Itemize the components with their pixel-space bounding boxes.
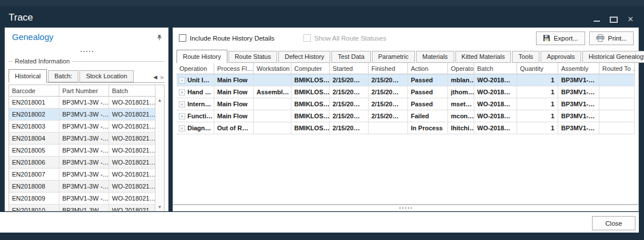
panel-title: Genealogy <box>12 32 54 42</box>
vertical-scrollbar[interactable]: ▲ ▼ <box>155 97 164 211</box>
table-row[interactable]: EN2018007BP3MV1-3W -…WO-2018021… <box>9 169 155 181</box>
tab-route-status[interactable]: Route Status <box>229 51 278 63</box>
splitter-grip[interactable] <box>81 51 93 52</box>
genealogy-table: BarcodePart NumberBatchEN2018001BP3MV1-3… <box>9 85 165 211</box>
column-header[interactable]: Finished <box>369 63 408 74</box>
cell: +Functi… <box>177 110 214 122</box>
expand-icon[interactable]: + <box>179 125 185 131</box>
cell: Passed <box>408 86 448 98</box>
cell <box>599 122 635 134</box>
cell <box>254 122 291 134</box>
include-route-history-details-checkbox[interactable]: Include Route History Details <box>179 34 274 42</box>
column-header[interactable]: Routed To … <box>599 63 635 74</box>
close-icon[interactable]: ✕ <box>627 15 634 23</box>
horizontal-splitter[interactable] <box>173 205 639 211</box>
tab-approvals[interactable]: Approvals <box>541 51 581 63</box>
table-row[interactable]: EN2018006BP3MV1-3W -…WO-2018021… <box>9 157 155 169</box>
cell: +Hand … <box>177 86 214 98</box>
right-tabstrip: Route HistoryRoute StatusDefect HistoryT… <box>177 50 635 63</box>
column-header[interactable]: Barcode <box>9 85 59 97</box>
table-row[interactable]: EN2018004BP3MV1-3W -…WO-2018021… <box>9 133 155 145</box>
grid-row[interactable]: +Functi…Main FlowBMIKLOS…2/15/20…2/15/20… <box>177 110 635 122</box>
column-header[interactable]: Started <box>330 63 369 74</box>
checkbox-label: Show All Route Statuses <box>314 35 386 42</box>
cell: EN2018003 <box>9 121 59 133</box>
grid-row[interactable]: +Unit I…Main FlowBMIKLOS…2/15/20…2/15/20… <box>177 74 635 86</box>
tab-tools[interactable]: Tools <box>512 51 539 63</box>
tab-materials[interactable]: Materials <box>416 51 454 63</box>
cell: Main Flow <box>214 110 254 122</box>
export-label: Export... <box>554 35 578 42</box>
table-row[interactable]: EN2018002BP3MV1-3W -…WO-2018021… <box>9 109 155 121</box>
column-header[interactable]: Batch <box>474 63 517 74</box>
tab-route-history[interactable]: Route History <box>177 50 227 63</box>
table-row[interactable]: EN2018010BP3MV1-3W -…WO-2018021… <box>9 205 155 211</box>
tab-test-data[interactable]: Test Data <box>331 51 370 63</box>
tab-historical[interactable]: Historical <box>9 69 47 83</box>
expand-icon[interactable]: + <box>179 77 185 83</box>
table-row[interactable]: EN2018009BP3MV1-3W -…WO-2018021… <box>9 193 155 205</box>
printer-icon <box>596 34 605 43</box>
tab-parametric[interactable]: Parametric <box>372 51 415 63</box>
tab-stock-location[interactable]: Stock Location <box>79 70 133 82</box>
cell: WO-2018… <box>474 74 517 86</box>
cell: BP3MV1-3W -… <box>59 181 109 193</box>
export-button[interactable]: Export... <box>536 31 585 45</box>
print-button[interactable]: Print... <box>589 31 634 45</box>
cell: BMIKLOS… <box>291 74 330 86</box>
cell <box>599 98 635 110</box>
minimize-icon[interactable] <box>594 21 600 22</box>
grid-row[interactable]: +Hand …Main FlowAssembl…BMIKLOS…2/15/20…… <box>177 86 635 98</box>
tab-batch[interactable]: Batch: <box>48 70 78 82</box>
column-header[interactable]: Quantity <box>517 63 558 74</box>
grid-row[interactable]: +Diagn…Out of R…BMIKLOS…2/15/20…In Proce… <box>177 122 635 134</box>
grid-row[interactable]: +Intern…Main FlowBMIKLOS…2/15/20…2/15/20… <box>177 98 635 110</box>
column-header[interactable]: Process Fl… <box>214 63 254 74</box>
cell: BMIKLOS… <box>291 110 330 122</box>
tab-defect-history[interactable]: Defect History <box>278 51 330 63</box>
scroll-down-icon[interactable]: ▼ <box>155 205 164 210</box>
cell: 2/15/20… <box>330 122 369 134</box>
cell: Passed <box>408 98 448 110</box>
column-header[interactable]: Part Number <box>59 85 109 97</box>
cell: In Process <box>408 122 448 134</box>
column-header[interactable]: Action <box>408 63 448 74</box>
tab-kitted-materials[interactable]: Kitted Materials <box>455 51 511 63</box>
table-body: BarcodePart NumberBatchEN2018001BP3MV1-3… <box>9 85 155 211</box>
close-button[interactable]: Close <box>592 216 635 230</box>
expand-icon[interactable]: + <box>179 101 185 107</box>
tab-scroll-arrows: ◀ ▶ <box>153 74 165 82</box>
pin-icon[interactable] <box>156 33 163 43</box>
column-header[interactable]: Workstation <box>254 63 291 74</box>
column-header[interactable]: Batch <box>109 85 155 97</box>
column-header[interactable]: Operator <box>448 63 474 74</box>
table-row[interactable]: EN2018008BP3MV1-3W -…WO-2018021… <box>9 181 155 193</box>
expand-icon[interactable]: + <box>179 113 185 119</box>
cell <box>254 110 291 122</box>
cell: EN2018006 <box>9 157 59 169</box>
column-header[interactable]: Operation <box>177 63 214 74</box>
table-row[interactable]: EN2018001BP3MV1-3W -…WO-2018021… <box>9 97 155 109</box>
table-row[interactable]: EN2018003BP3MV1-3W -…WO-2018021… <box>9 121 155 133</box>
tab-historical-genealogy[interactable]: Historical Genealogy <box>582 51 644 63</box>
cell: +Intern… <box>177 98 214 110</box>
cell: BP3MV1-… <box>558 110 599 122</box>
cell: WO-2018021… <box>109 193 155 205</box>
cell: Main Flow <box>214 74 254 86</box>
column-header[interactable]: Computer <box>291 63 330 74</box>
cell: WO-2018021… <box>109 181 155 193</box>
maximize-icon[interactable] <box>610 17 618 23</box>
window-top-border <box>0 0 644 6</box>
dialog-footer: Close <box>0 212 639 233</box>
cell <box>254 74 291 86</box>
expand-icon[interactable]: + <box>179 89 185 95</box>
splitter-grip[interactable] <box>399 207 412 209</box>
cell: EN2018002 <box>9 109 59 121</box>
cell: 1 <box>517 122 558 134</box>
table-row[interactable]: EN2018005BP3MV1-3W -…WO-2018021… <box>9 145 155 157</box>
cell: Main Flow <box>214 86 254 98</box>
checkbox-label: Include Route History Details <box>190 35 274 42</box>
tab-scroll-left-icon[interactable]: ◀ <box>153 74 157 80</box>
column-header[interactable]: Assembly <box>558 63 599 74</box>
scroll-up-icon[interactable]: ▲ <box>155 98 164 103</box>
